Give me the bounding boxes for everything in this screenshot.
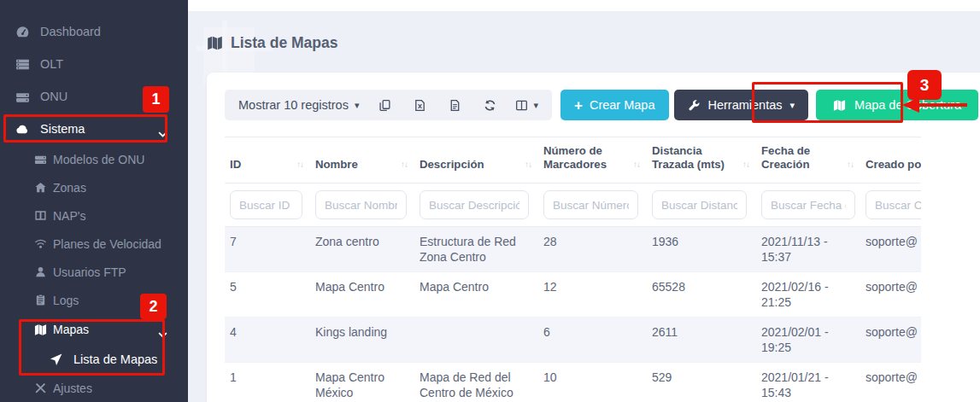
table-row[interactable]: 5 Mapa Centro Mapa Centro 12 65528 2021/… <box>225 272 921 318</box>
datatable-button-group: Mostrar 10 registros ▾ ▾ <box>225 90 552 120</box>
user-icon <box>34 265 47 278</box>
column-header-nombre[interactable]: Nombre↑↓ <box>310 137 414 184</box>
cell-fecha: 2021/01/21 - 15:43 <box>756 363 860 402</box>
cell-id: 5 <box>225 272 310 318</box>
cell-descripcion: Mapa de Red del Centro de México <box>414 363 538 402</box>
cell-marcadores: 12 <box>538 272 647 318</box>
cell-nombre: Mapa Centro México <box>310 363 414 402</box>
columns-toggle-icon <box>515 99 528 112</box>
cell-distancia: 2611 <box>647 318 756 363</box>
annotation-arrow-head <box>902 97 919 113</box>
annotation-badge-step1: 1 <box>143 86 169 113</box>
columns-icon <box>34 209 47 222</box>
filter-id-input[interactable] <box>230 190 302 219</box>
cell-marcadores: 28 <box>538 227 647 272</box>
copy-button[interactable] <box>375 96 394 114</box>
annotation-arrow <box>918 103 967 107</box>
sidebar-item-zonas[interactable]: Zonas <box>0 173 188 201</box>
maps-table: ID↑↓ Nombre↑↓ Descripción↑↓ Número de Ma… <box>225 137 921 402</box>
filter-creado-input[interactable] <box>866 190 921 219</box>
sidebar-item-olt[interactable]: OLT <box>0 48 188 80</box>
sort-icon[interactable]: ↑↓ <box>847 158 854 172</box>
column-header-marcadores[interactable]: Número de Marcadores↑↓ <box>538 137 647 184</box>
cell-distancia: 65528 <box>647 272 756 318</box>
excel-icon <box>414 99 426 112</box>
cell-nombre: Zona centro <box>310 227 414 272</box>
sidebar-item-dashboard[interactable]: Dashboard <box>0 15 188 48</box>
sidebar-item-label: Modelos de ONU <box>53 153 144 166</box>
refresh-button[interactable] <box>480 96 499 114</box>
crear-mapa-button[interactable]: + Crear Mapa <box>560 90 669 120</box>
chevron-down-icon: ▾ <box>355 100 360 111</box>
annotation-box-step3 <box>752 82 903 123</box>
filter-distancia-input[interactable] <box>652 190 747 219</box>
cell-marcadores: 6 <box>538 318 647 363</box>
cell-distancia: 529 <box>647 363 756 402</box>
sidebar-item-label: Usuarios FTP <box>53 265 126 279</box>
chevron-down-icon: ▾ <box>533 100 538 111</box>
table-scroll-region: ID↑↓ Nombre↑↓ Descripción↑↓ Número de Ma… <box>225 137 921 402</box>
cell-fecha: 2021/02/16 - 21:25 <box>756 272 860 318</box>
cell-marcadores: 10 <box>538 363 647 402</box>
excel-export-button[interactable] <box>410 96 429 114</box>
device-icon <box>15 90 30 104</box>
table-row[interactable]: 1 Mapa Centro México Mapa de Red del Cen… <box>225 363 921 402</box>
copy-icon <box>379 99 391 112</box>
clipboard-icon <box>34 294 47 306</box>
server-icon <box>15 57 30 72</box>
wifi-icon <box>34 237 47 250</box>
sidebar-item-label: Logs <box>53 294 79 307</box>
sidebar-item-label: NAP's <box>53 209 85 223</box>
plus-icon: + <box>574 98 583 113</box>
column-header-fecha[interactable]: Fecha de Creación↑↓ <box>756 137 860 184</box>
table-header-row: ID↑↓ Nombre↑↓ Descripción↑↓ Número de Ma… <box>225 137 921 184</box>
sort-icon[interactable]: ↑↓ <box>401 158 408 172</box>
annotation-badge-step3: 3 <box>907 70 942 100</box>
column-header-id[interactable]: ID↑↓ <box>225 137 310 184</box>
page-title: Lista de Mapas <box>207 34 337 52</box>
cell-fecha: 2021/11/13 - 15:37 <box>756 227 860 272</box>
file-icon <box>449 99 461 112</box>
filter-marcadores-input[interactable] <box>543 190 638 219</box>
sidebar-item-label: OLT <box>40 57 63 71</box>
cell-descripcion <box>414 318 538 363</box>
sidebar-item-label: ONU <box>40 90 67 103</box>
device-icon <box>34 153 47 166</box>
table-row[interactable]: 7 Zona centro Estructura de Red Zona Cen… <box>225 227 921 272</box>
file-export-button[interactable] <box>445 96 464 114</box>
page-length-select[interactable]: Mostrar 10 registros ▾ <box>238 98 359 112</box>
table-row[interactable]: 4 Kings landing 6 2611 2021/02/01 - 19:2… <box>225 318 921 363</box>
annotation-box-step2 <box>19 319 165 376</box>
sidebar-item-label: Dashboard <box>40 25 101 38</box>
cell-descripcion: Estructura de Red Zona Centro <box>414 227 538 272</box>
filter-nombre-input[interactable] <box>315 190 407 219</box>
column-visibility-button[interactable]: ▾ <box>515 96 538 114</box>
home-icon <box>34 181 47 194</box>
sidebar-item-label: Zonas <box>53 181 86 195</box>
cell-nombre: Kings landing <box>310 318 414 363</box>
sidebar-item-label: Ajustes <box>53 382 92 395</box>
sidebar-item-modelos-de-onu[interactable]: Modelos de ONU <box>0 145 188 173</box>
column-header-descripcion[interactable]: Descripción↑↓ <box>414 137 538 184</box>
sidebar-item-planes-de-velocidad[interactable]: Planes de Velocidad <box>0 230 188 258</box>
sidebar-item-usuarios-ftp[interactable]: Usuarios FTP <box>0 258 188 286</box>
gauge-icon <box>15 25 30 39</box>
filter-fecha-input[interactable] <box>761 190 855 219</box>
column-header-creado-por[interactable]: Creado por <box>860 137 921 184</box>
sidebar-item-ajustes[interactable]: Ajustes <box>0 374 188 402</box>
filter-descripcion-input[interactable] <box>420 190 529 219</box>
sort-icon[interactable]: ↑↓ <box>525 158 531 172</box>
sort-icon[interactable]: ↑↓ <box>633 158 640 172</box>
sort-icon[interactable]: ↑↓ <box>296 158 303 172</box>
tools-icon <box>34 382 47 394</box>
column-header-distancia[interactable]: Distancia Trazada (mts)↑↓ <box>647 137 756 184</box>
sidebar-item-naps[interactable]: NAP's <box>0 201 188 230</box>
cell-id: 1 <box>225 363 310 402</box>
page-title-text: Lista de Mapas <box>231 34 337 52</box>
cell-nombre: Mapa Centro <box>310 272 414 318</box>
refresh-icon <box>484 99 496 112</box>
cell-creado: soporte@ <box>860 227 921 272</box>
sort-icon[interactable]: ↑↓ <box>742 158 749 172</box>
cell-creado: soporte@ <box>860 272 921 318</box>
cell-creado: soporte@ <box>860 318 921 363</box>
